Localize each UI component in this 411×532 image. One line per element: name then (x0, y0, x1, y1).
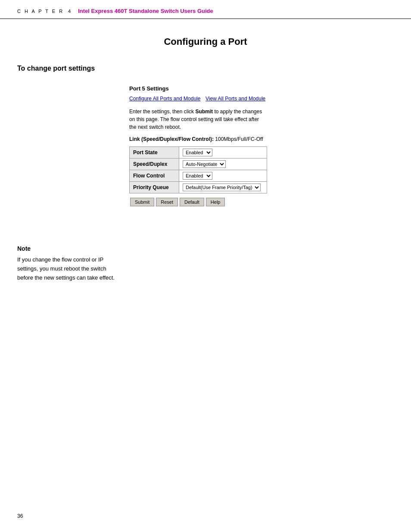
settings-links: Configure All Ports and Module View All … (129, 95, 394, 102)
flow-control-cell: Enabled Disabled (179, 170, 267, 182)
chapter-label: C H A P T E R (17, 9, 64, 14)
desc-part1: Enter the settings, then click (129, 109, 195, 115)
port-state-select[interactable]: Enabled Disabled (183, 149, 212, 156)
desc-bold: Submit (195, 109, 213, 115)
settings-title: Port 5 Settings (129, 85, 394, 92)
chapter-number: 4 (68, 9, 72, 14)
main-content: Configuring a Port To change port settin… (0, 19, 411, 224)
priority-queue-label: Priority Queue (130, 182, 179, 193)
view-all-link[interactable]: View All Ports and Module (206, 96, 265, 102)
default-button[interactable]: Default (180, 198, 204, 206)
speed-duplex-select[interactable]: Auto-Negotiate 10Mbps/Half 10Mbps/Full 1… (183, 160, 226, 168)
settings-panel: Port 5 Settings Configure All Ports and … (129, 85, 394, 206)
page-number: 36 (17, 513, 23, 519)
link-info: Link (Speed/Duplex/Flow Control): 100Mbp… (129, 136, 394, 142)
settings-description: Enter the settings, then click Submit to… (129, 108, 263, 131)
table-row: Priority Queue Default(Use Frame Priorit… (130, 182, 267, 193)
reset-button[interactable]: Reset (156, 198, 178, 206)
submit-button[interactable]: Submit (130, 198, 154, 206)
note-heading: Note (17, 245, 394, 252)
button-row: Submit Reset Default Help (130, 198, 394, 206)
table-row: Speed/Duplex Auto-Negotiate 10Mbps/Half … (130, 159, 267, 170)
settings-table: Port State Enabled Disabled Speed/Duplex… (129, 146, 267, 193)
port-state-label: Port State (130, 147, 179, 159)
configure-all-link[interactable]: Configure All Ports and Module (129, 96, 200, 102)
speed-duplex-label: Speed/Duplex (130, 159, 179, 170)
priority-queue-cell: Default(Use Frame Priority/Tag) High Low (179, 182, 267, 193)
section-heading: To change port settings (17, 65, 394, 72)
flow-control-select[interactable]: Enabled Disabled (183, 172, 212, 180)
note-text: If you change the flow control or IP set… (17, 255, 116, 282)
table-row: Port State Enabled Disabled (130, 147, 267, 159)
priority-queue-select[interactable]: Default(Use Frame Priority/Tag) High Low (183, 184, 261, 191)
page-heading: Configuring a Port (17, 36, 394, 47)
chapter-title: Intel Express 460T Standalone Switch Use… (78, 8, 213, 14)
page-wrapper: C H A P T E R 4 Intel Express 460T Stand… (0, 0, 411, 532)
speed-duplex-cell: Auto-Negotiate 10Mbps/Half 10Mbps/Full 1… (179, 159, 267, 170)
flow-control-label: Flow Control (130, 170, 179, 182)
port-state-cell: Enabled Disabled (179, 147, 267, 159)
table-row: Flow Control Enabled Disabled (130, 170, 267, 182)
link-value: 100Mbps/Full/FC-Off (215, 136, 263, 142)
help-button[interactable]: Help (206, 198, 225, 206)
chapter-header: C H A P T E R 4 Intel Express 460T Stand… (0, 0, 411, 19)
link-label: Link (Speed/Duplex/Flow Control): (129, 136, 214, 142)
note-section: Note If you change the flow control or I… (0, 245, 411, 282)
